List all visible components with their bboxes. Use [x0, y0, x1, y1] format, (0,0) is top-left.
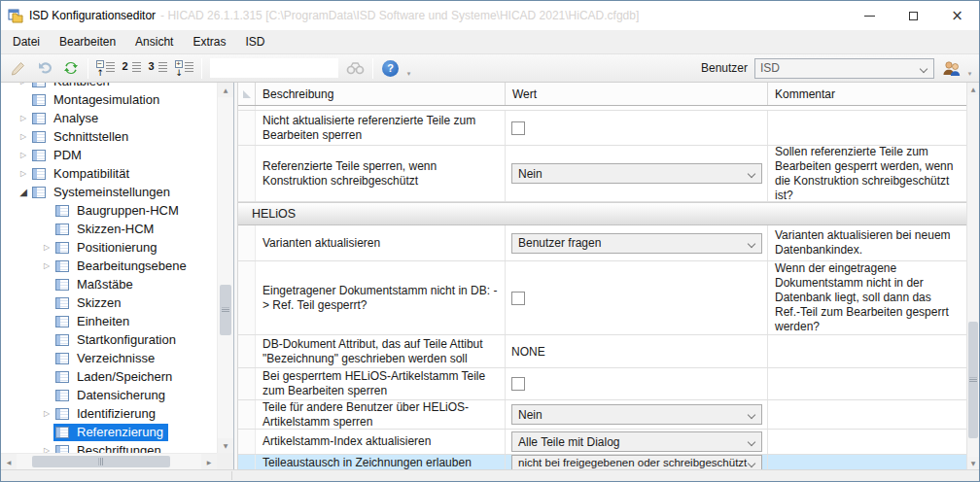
table-row-db-dokument-attribut-das-au[interactable]: DB-Dokument Attribut, das auf Teile Atti… [238, 335, 966, 368]
tree-item-maßstäbe[interactable]: Maßstäbe [1, 275, 217, 293]
value-checkbox[interactable] [511, 292, 525, 305]
tree-node[interactable]: Skizzen-HCM [53, 221, 158, 238]
tree-node[interactable]: Verzeichnisse [53, 350, 159, 367]
tree-node[interactable]: Bearbeitungsebene [53, 258, 192, 275]
value-dropdown[interactable]: Alle Teile mit Dialog [511, 431, 762, 452]
collapse-all-button[interactable]: − ↑ [93, 56, 118, 80]
close-button[interactable]: × [935, 2, 979, 30]
tree-item-laden-speichern[interactable]: Laden/Speichern [1, 367, 217, 386]
menu-item-ansicht[interactable]: Ansicht [125, 30, 183, 53]
table-row-teile-für-andere-benutzer-üb[interactable]: Teile für andere Benutzer über HELiOS-Ar… [238, 400, 966, 430]
tree-node[interactable]: Kompatibilität [30, 165, 134, 183]
tree-node[interactable]: Positionierung [53, 239, 161, 257]
tree-item-identifizierung[interactable]: ▷Identifizierung [1, 404, 217, 423]
edit-button[interactable] [6, 56, 30, 80]
undo-button[interactable] [32, 56, 56, 80]
toolbar-overflow-button[interactable]: ▾ [403, 57, 414, 80]
tree-item-kompatibilität[interactable]: ▷Kompatibilität [1, 164, 217, 183]
value-dropdown[interactable]: nicht bei freigegebenen oder schreibgesc… [511, 455, 762, 469]
tree-node[interactable]: Identifizierung [53, 405, 160, 423]
tree-node[interactable]: Analyse [30, 110, 103, 127]
scroll-down-icon[interactable]: ▼ [967, 457, 979, 469]
value-checkbox[interactable] [511, 377, 525, 391]
tree-item-systemeinstellungen[interactable]: ◢Systemeinstellungen [1, 183, 217, 201]
outline-level3-button[interactable]: 3 [146, 56, 170, 80]
search-input[interactable] [210, 58, 338, 78]
tree-item-montagesimulation[interactable]: Montagesimulation [1, 90, 217, 109]
table-row-eingetragener-dokumentstamm[interactable]: Eingetragener Dokumentstamm nicht in DB:… [238, 261, 966, 335]
scroll-down-icon[interactable]: ▼ [218, 438, 233, 453]
scroll-right-icon[interactable]: ▶ [201, 454, 217, 469]
tree-node[interactable]: Startkonfiguration [53, 331, 181, 349]
tree-node[interactable]: Baugruppen-HCM [53, 202, 184, 220]
tree-node[interactable]: Maßstäbe [53, 276, 138, 293]
expand-all-button[interactable]: + ↓ [172, 56, 196, 80]
tree-node[interactable]: Kantblech [30, 83, 115, 90]
table-row-artikelstamm-index-aktualisi[interactable]: Artikelstamm-Index aktualisierenAlle Tei… [238, 430, 966, 455]
outline-level2-button[interactable]: 2 [120, 56, 144, 80]
table-row-bei-gesperrtem-helios-artike[interactable]: Bei gesperrtem HELiOS-Artikelstamm Teile… [238, 368, 966, 400]
value-dropdown[interactable]: Nein [511, 404, 762, 425]
table-row-nicht-aktualisierte-referenz[interactable]: Nicht aktualisierte referenzierte Teile … [238, 111, 966, 146]
tree-item-analyse[interactable]: ▷Analyse [1, 109, 217, 127]
tree-node[interactable]: Beschriftungen [53, 442, 166, 454]
toolbar-overflow-button[interactable]: ▾ [964, 57, 975, 80]
tree-node[interactable]: Laden/Speichern [53, 368, 177, 386]
value-checkbox[interactable] [511, 121, 525, 135]
expand-tree-icon[interactable]: ▷ [17, 133, 30, 141]
tree-item-einheiten[interactable]: Einheiten [1, 312, 217, 330]
value-dropdown[interactable]: Benutzer fragen [511, 233, 762, 254]
expand-tree-icon[interactable]: ▷ [40, 262, 53, 270]
table-row-varianten-aktualisieren[interactable]: Varianten aktualisierenBenutzer fragenVa… [238, 225, 966, 261]
help-button[interactable]: ? [378, 56, 402, 80]
menu-item-datei[interactable]: Datei [3, 30, 50, 53]
table-vscroll-thumb[interactable] [968, 322, 978, 438]
tree-node[interactable]: Montagesimulation [30, 91, 164, 109]
tree-node[interactable]: PDM [30, 147, 87, 164]
manage-users-button[interactable] [939, 56, 963, 80]
refresh-button[interactable] [58, 56, 83, 80]
tree-item-verzeichnisse[interactable]: Verzeichnisse [1, 349, 217, 367]
expand-tree-icon[interactable]: ▷ [17, 170, 30, 178]
tree-item-pdm[interactable]: ▷PDM [1, 146, 217, 164]
tree-item-bearbeitungsebene[interactable]: ▷Bearbeitungsebene [1, 257, 217, 275]
find-button[interactable] [343, 56, 368, 80]
collapse-tree-icon[interactable]: ◢ [17, 188, 30, 197]
tree-node[interactable]: Skizzen [53, 294, 126, 312]
tree-node[interactable]: Datensicherung [53, 387, 170, 404]
tree-vscroll-thumb[interactable] [220, 285, 231, 335]
tree-item-skizzen-hcm[interactable]: Skizzen-HCM [1, 220, 217, 238]
maximize-button[interactable] [892, 2, 935, 30]
titlebar[interactable]: ISD Konfigurationseditor - HICAD 26.1.1.… [1, 1, 979, 30]
scroll-up-icon[interactable]: ▲ [967, 83, 979, 95]
expand-tree-icon[interactable]: ▷ [17, 152, 30, 159]
tree-item-startkonfiguration[interactable]: Startkonfiguration [1, 330, 217, 349]
benutzer-combobox[interactable]: ISD [754, 58, 934, 79]
expand-tree-icon[interactable]: ▷ [40, 410, 53, 418]
tree-node[interactable]: Referenzierung [53, 424, 168, 441]
tree-item-kantblech[interactable]: ▷Kantblech [1, 83, 217, 90]
menu-item-bearbeiten[interactable]: Bearbeiten [50, 30, 125, 53]
tree-item-skizzen[interactable]: Skizzen [1, 293, 217, 312]
tree-item-baugruppen-hcm[interactable]: Baugruppen-HCM [1, 201, 217, 220]
tree-node[interactable]: Schnittstellen [30, 128, 133, 146]
scroll-left-icon[interactable]: ◀ [1, 454, 17, 469]
tree-item-positionierung[interactable]: ▷Positionierung [1, 238, 217, 257]
tree-hscroll-thumb[interactable] [32, 456, 170, 467]
expand-tree-icon[interactable]: ▷ [40, 244, 53, 252]
tree-node[interactable]: Einheiten [53, 313, 134, 330]
tree-node[interactable]: Systemeinstellungen [30, 184, 175, 201]
value-dropdown[interactable]: Nein [511, 163, 762, 184]
expand-tree-icon[interactable]: ▷ [17, 83, 30, 86]
scroll-up-icon[interactable]: ▲ [218, 83, 233, 97]
tree-item-schnittstellen[interactable]: ▷Schnittstellen [1, 127, 217, 146]
menu-item-isd[interactable]: ISD [235, 30, 274, 53]
expand-tree-icon[interactable]: ▷ [17, 115, 30, 122]
tree-item-referenzierung[interactable]: Referenzierung [1, 423, 217, 441]
table-row-referenzierte-teile-sperren[interactable]: Referenzierte Teile sperren, wenn Konstr… [238, 146, 966, 202]
table-row-teileaustausch-in-zeichnunge[interactable]: Teileaustausch in Zeichnungen erlaubenni… [238, 455, 966, 469]
menu-item-extras[interactable]: Extras [183, 30, 235, 53]
minimize-button[interactable] [848, 2, 892, 30]
tree-item-beschriftungen[interactable]: ▷Beschriftungen [1, 441, 217, 453]
tree-item-datensicherung[interactable]: Datensicherung [1, 386, 217, 404]
